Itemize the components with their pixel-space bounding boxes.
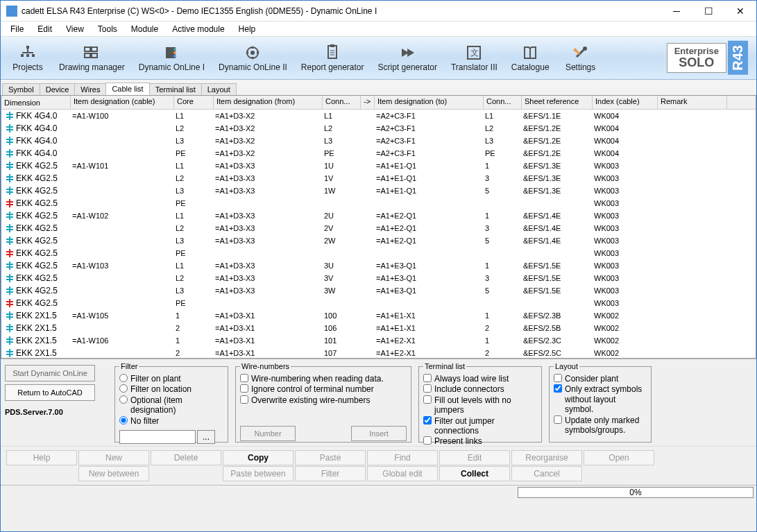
paste-button[interactable]: Paste bbox=[295, 450, 366, 465]
paste-between-button[interactable]: Paste between bbox=[223, 466, 294, 481]
terminal-checkbox[interactable] bbox=[423, 374, 432, 382]
layout-checkbox[interactable] bbox=[554, 374, 562, 382]
menu-help[interactable]: Help bbox=[232, 23, 263, 35]
column-header[interactable]: Conn... bbox=[323, 96, 361, 109]
menu-tools[interactable]: Tools bbox=[91, 23, 124, 35]
column-header[interactable]: Item designation (to) bbox=[375, 96, 484, 109]
table-row[interactable]: EKK 4G2.5PEWK003 bbox=[1, 297, 756, 309]
filter-radio[interactable] bbox=[119, 374, 128, 382]
terminal-checkbox[interactable] bbox=[423, 416, 432, 424]
terminal-option[interactable]: Always load wire list bbox=[423, 374, 537, 384]
table-row[interactable]: EKK 4G2.5L3=A1+D3-X31W=A1+E1-Q15&EFS/1.3… bbox=[1, 185, 756, 197]
filter-browse-button[interactable]: ... bbox=[197, 430, 215, 444]
column-header[interactable]: Item designation (cable) bbox=[71, 96, 174, 109]
open-button[interactable]: Open bbox=[584, 450, 654, 465]
menu-active-module[interactable]: Active module bbox=[165, 23, 231, 35]
menu-edit[interactable]: Edit bbox=[31, 23, 59, 35]
wire-option[interactable]: Wire-numbering when reading data. bbox=[240, 374, 407, 384]
column-header[interactable]: Core bbox=[174, 96, 214, 109]
table-row[interactable]: EKK 4G2.5L2=A1+D3-X31V=A1+E1-Q13&EFS/1.3… bbox=[1, 172, 756, 185]
edit-button[interactable]: Edit bbox=[439, 450, 510, 465]
filter-radio[interactable] bbox=[119, 395, 128, 404]
table-row[interactable]: EKK 2X1.5=A1-W1051=A1+D3-X1100=A1+E1-X11… bbox=[1, 309, 756, 322]
filter-radio[interactable] bbox=[119, 416, 128, 424]
menu-file[interactable]: File bbox=[3, 23, 31, 35]
filter-option[interactable]: No filter bbox=[119, 416, 223, 426]
filter-input[interactable] bbox=[119, 430, 196, 444]
find-button[interactable]: Find bbox=[367, 450, 438, 465]
wire-option[interactable]: Overwrite existing wire-numbers bbox=[240, 395, 407, 405]
table-row[interactable]: EKK 4G2.5PEWK003 bbox=[1, 197, 756, 209]
toolbar-catalogue-button[interactable]: Catalogue bbox=[504, 39, 556, 78]
layout-option[interactable]: Only extract symbols without layout symb… bbox=[554, 384, 647, 414]
column-header[interactable]: Dimension bbox=[1, 96, 71, 109]
toolbar-projects-button[interactable]: Projects bbox=[3, 39, 52, 78]
filter-radio[interactable] bbox=[119, 384, 128, 393]
terminal-option[interactable]: Fill out levels with no jumpers bbox=[423, 395, 537, 415]
delete-button[interactable]: Delete bbox=[151, 450, 221, 465]
number-button[interactable]: Number bbox=[240, 426, 296, 441]
toolbar-dol2-button[interactable]: Dynamic OnLine II bbox=[212, 39, 294, 78]
toolbar-dol1-button[interactable]: Dynamic OnLine I bbox=[132, 39, 212, 78]
tab-symbol[interactable]: Symbol bbox=[2, 83, 40, 95]
tab-terminal-list[interactable]: Terminal list bbox=[149, 83, 202, 95]
start-dynamic-online-button[interactable]: Start Dynamic OnLine bbox=[5, 365, 95, 381]
menu-view[interactable]: View bbox=[59, 23, 91, 35]
table-row[interactable]: EKK 4G2.5=A1-W103L1=A1+D3-X33U=A1+E3-Q11… bbox=[1, 259, 756, 272]
wire-checkbox[interactable] bbox=[240, 395, 248, 404]
table-row[interactable]: EKK 2X1.52=A1+D3-X1106=A1+E1-X12&EFS/2.5… bbox=[1, 322, 756, 334]
table-row[interactable]: FKK 4G4.0PE=A1+D3-X2PE=A2+C3-F1PE&EFS/1.… bbox=[1, 147, 756, 160]
terminal-checkbox[interactable] bbox=[423, 436, 432, 445]
wire-option[interactable]: Ignore control of terminal number bbox=[240, 384, 407, 394]
table-row[interactable]: FKK 4G4.0=A1-W100L1=A1+D3-X2L1=A2+C3-F1L… bbox=[1, 110, 756, 122]
tab-wires[interactable]: Wires bbox=[74, 83, 106, 95]
reorganise-button[interactable]: Reorganise bbox=[511, 450, 582, 465]
collect-button[interactable]: Collect bbox=[439, 466, 510, 481]
column-header[interactable]: Remark bbox=[658, 96, 727, 109]
cancel-button[interactable]: Cancel bbox=[511, 466, 582, 481]
insert-button[interactable]: Insert bbox=[351, 426, 407, 441]
terminal-option[interactable]: Include connectors bbox=[423, 384, 537, 394]
toolbar-drawing-button[interactable]: Drawing manager bbox=[52, 39, 132, 78]
menu-module[interactable]: Module bbox=[124, 23, 165, 35]
toolbar-translator-button[interactable]: 文Translator III bbox=[444, 39, 504, 78]
toolbar-settings-button[interactable]: Settings bbox=[556, 39, 605, 78]
toolbar-report-button[interactable]: Report generator bbox=[294, 39, 371, 78]
table-row[interactable]: EKK 4G2.5PEWK003 bbox=[1, 247, 756, 259]
terminal-checkbox[interactable] bbox=[423, 395, 432, 404]
help-button[interactable]: Help bbox=[6, 450, 77, 465]
column-header[interactable]: -> bbox=[361, 96, 375, 109]
close-button[interactable]: ✕ bbox=[724, 1, 756, 22]
column-header[interactable]: Item designation (from) bbox=[214, 96, 323, 109]
table-row[interactable]: EKK 4G2.5L3=A1+D3-X33W=A1+E3-Q15&EFS/1.5… bbox=[1, 284, 756, 297]
new-button[interactable]: New bbox=[78, 450, 149, 465]
toolbar-script-button[interactable]: Script generator bbox=[371, 39, 444, 78]
maximize-button[interactable]: ☐ bbox=[692, 1, 724, 22]
table-row[interactable]: FKK 4G4.0L3=A1+D3-X2L3=A2+C3-F1L3&EFS/1.… bbox=[1, 135, 756, 147]
filter-option[interactable]: Optional (item designation) bbox=[119, 395, 223, 415]
table-row[interactable]: EKK 2X1.52=A1+D3-X1107=A1+E2-X12&EFS/2.5… bbox=[1, 347, 756, 358]
layout-checkbox[interactable] bbox=[554, 415, 562, 424]
wire-checkbox[interactable] bbox=[240, 384, 248, 393]
table-row[interactable]: EKK 4G2.5=A1-W101L1=A1+D3-X31U=A1+E1-Q11… bbox=[1, 160, 756, 172]
filter-option[interactable]: Filter on location bbox=[119, 384, 223, 394]
terminal-option[interactable]: Present links bbox=[423, 436, 537, 446]
table-row[interactable]: EKK 4G2.5=A1-W102L1=A1+D3-X32U=A1+E2-Q11… bbox=[1, 209, 756, 222]
column-header[interactable]: Conn... bbox=[484, 96, 522, 109]
new-between-button[interactable]: New between bbox=[78, 466, 149, 481]
layout-option[interactable]: Update only marked symbols/groups. bbox=[554, 415, 647, 436]
column-header[interactable]: Sheet reference bbox=[522, 96, 593, 109]
layout-option[interactable]: Consider plant bbox=[554, 374, 647, 384]
tab-device[interactable]: Device bbox=[40, 83, 76, 95]
filter-button[interactable]: Filter bbox=[295, 466, 366, 481]
grid-body[interactable]: FKK 4G4.0=A1-W100L1=A1+D3-X2L1=A2+C3-F1L… bbox=[1, 110, 756, 358]
table-row[interactable]: EKK 4G2.5L2=A1+D3-X32V=A1+E2-Q13&EFS/1.4… bbox=[1, 222, 756, 234]
return-to-autocad-button[interactable]: Return to AutoCAD bbox=[5, 384, 95, 401]
table-row[interactable]: EKK 4G2.5L2=A1+D3-X33V=A1+E3-Q13&EFS/1.5… bbox=[1, 272, 756, 284]
column-header[interactable]: Index (cable) bbox=[593, 96, 658, 109]
terminal-checkbox[interactable] bbox=[423, 384, 432, 393]
filter-option[interactable]: Filter on plant bbox=[119, 374, 223, 384]
global-edit-button[interactable]: Global edit bbox=[367, 466, 438, 481]
tab-cable-list[interactable]: Cable list bbox=[105, 83, 149, 95]
terminal-option[interactable]: Filter out jumper connections bbox=[423, 416, 537, 436]
